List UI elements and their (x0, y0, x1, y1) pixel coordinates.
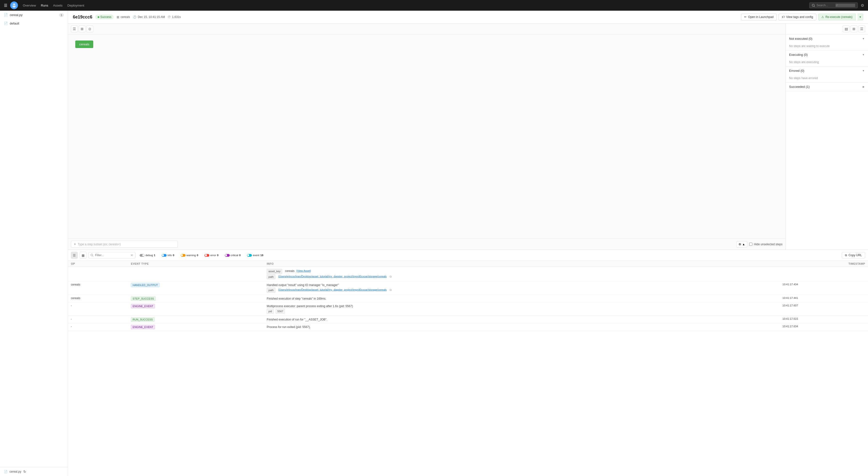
log-level-warning[interactable]: warning 0 (179, 253, 200, 258)
filter-search-icon (91, 254, 93, 257)
table-row: - RUN_SUCCESS Finished execution of run … (68, 316, 868, 324)
sidebar-item-label-default: default (10, 22, 19, 25)
timestamp-cell (780, 267, 868, 281)
nav-overview[interactable]: Overview (23, 4, 36, 7)
filter-input-box[interactable]: ✕ (88, 252, 135, 259)
nav-assets[interactable]: Assets (53, 4, 63, 7)
timestamp-cell: 10:41:17.607 (780, 302, 868, 316)
content-area: 6e19ccc6 Success ▦ cereals 🕐 Dec 15, 10:… (68, 11, 868, 476)
graph-list-view-button[interactable]: ☰ (71, 26, 78, 32)
settings-icon[interactable]: ⚙ (861, 3, 864, 8)
asset-key-value: cereals (285, 269, 294, 273)
sidebar-footer: 📄 cereal.py ↻ (0, 467, 68, 476)
graph-right-controls: ⚙ ▲ Hide unselected steps (736, 241, 782, 247)
log-list-view-button[interactable]: ☰ (71, 252, 78, 259)
error-count: 0 (217, 254, 218, 257)
path-copy-icon[interactable]: ⧉ (390, 274, 392, 279)
graph-settings-button[interactable]: ⚙ ▲ (736, 241, 747, 247)
view-asset-link[interactable]: [View Asset] (297, 269, 311, 273)
menu-icon[interactable]: ☰ (4, 3, 7, 8)
sidebar-item-label: cereal.py (10, 13, 23, 17)
re-execute-caret-button[interactable]: ▾ (858, 13, 863, 21)
path-link[interactable]: /Users/erincochran/Desktop/asset_tutoria… (278, 274, 386, 278)
log-table-view-button[interactable]: ▦ (80, 252, 87, 259)
path-link[interactable]: /Users/erincochran/Desktop/asset_tutoria… (278, 288, 386, 292)
log-level-event[interactable]: event 18 (245, 253, 266, 258)
log-level-debug[interactable]: debug 1 (137, 253, 158, 258)
search-box[interactable]: Search... / (809, 2, 858, 8)
svg-point-3 (812, 4, 814, 6)
info-cell: Multiprocess executor: parent process ex… (264, 302, 779, 316)
panel-section-errored-header[interactable]: Errored (0) ▼ (786, 66, 868, 75)
job-label: cereals (120, 15, 130, 19)
timestamp-cell: 10:41:17.441 (780, 295, 868, 302)
info-text: Multiprocess executor: parent process ex… (267, 304, 776, 308)
event-type-badge: RUN_SUCCESS (131, 317, 154, 322)
error-toggle (205, 254, 209, 257)
not-executed-title: Not executed (0) (789, 37, 812, 40)
nav-deployment[interactable]: Deployment (67, 4, 84, 7)
svg-point-5 (91, 254, 93, 256)
svg-point-2 (12, 6, 16, 7)
col-event-type: EVENT TYPE (128, 261, 264, 267)
panel-section-not-executed-header[interactable]: Not executed (0) ▼ (786, 34, 868, 43)
panel-section-succeeded: Succeeded (1) ▶ (786, 82, 868, 91)
tag-icon: 🏷 (782, 15, 785, 19)
event-type-cell: RUN_SUCCESS (128, 316, 264, 324)
graph-fit-button[interactable]: ⊙ (87, 26, 93, 32)
filter-input[interactable] (95, 253, 129, 257)
log-level-critical[interactable]: critical 0 (223, 253, 243, 258)
info-path-row: path /Users/erincochran/Desktop/asset_tu… (267, 274, 776, 279)
info-text: Process for run exited (pid: 5567). (267, 325, 776, 329)
view-tags-button[interactable]: 🏷 View tags and config (779, 13, 816, 21)
filter-clear-button[interactable]: ✕ (130, 253, 133, 257)
log-level-info[interactable]: info 0 (160, 253, 177, 258)
event-type-badge: HANDLED_OUTPUT (131, 283, 160, 287)
step-subset-input[interactable]: ✦ Type a step subset (ex: cereals+) (71, 241, 178, 248)
event-type-cell: ENGINE_EVENT (128, 324, 264, 331)
status-dot (98, 16, 99, 18)
graph-grid-view-button[interactable]: ⊞ (79, 26, 86, 32)
open-launchpad-button[interactable]: ✏ Open in Launchpad (741, 13, 777, 21)
panel-filter-button[interactable]: ▤ (843, 26, 849, 32)
sidebar-item-default[interactable]: 📄 default (0, 19, 68, 28)
clock-icon: 🕐 (133, 15, 136, 19)
panel-section-executing-header[interactable]: Executing (0) ▼ (786, 50, 868, 59)
middle-section: ☰ ⊞ ⊙ cereals ✦ Type a step subset (ex: … (68, 24, 868, 250)
nav-runs[interactable]: Runs (41, 4, 48, 7)
panel-section-succeeded-header[interactable]: Succeeded (1) ▶ (786, 82, 868, 91)
log-level-error[interactable]: error 0 (202, 253, 220, 258)
refresh-icon[interactable]: ↻ (23, 470, 26, 474)
graph-toolbar: ☰ ⊞ ⊙ (68, 24, 785, 34)
hide-unselected-checkbox[interactable] (749, 243, 752, 246)
job-icon: ▦ (117, 15, 119, 19)
event-label: event (253, 254, 259, 257)
re-execute-button[interactable]: ⚠ Re-execute (cereals) (818, 13, 856, 21)
svg-line-6 (93, 256, 93, 257)
critical-count: 0 (239, 254, 241, 257)
executing-chevron: ▼ (862, 54, 865, 56)
panel-grid-button[interactable]: ⊞ (850, 26, 857, 32)
subset-filter-icon: ✦ (73, 242, 76, 246)
table-row: - ENGINE_EVENT Multiprocess executor: pa… (68, 302, 868, 316)
path-tag: path (267, 274, 275, 279)
errored-title: Errored (0) (789, 69, 804, 72)
cereals-node[interactable]: cereals (75, 40, 93, 48)
op-cell: - (68, 302, 128, 316)
path-copy-icon-2[interactable]: ⧉ (390, 288, 392, 292)
info-cell: Finished execution of step "cereals" in … (264, 295, 779, 302)
event-type-badge: STEP_SUCCESS (131, 297, 156, 301)
succeeded-title: Succeeded (1) (789, 85, 810, 89)
search-placeholder: Search... (816, 4, 834, 7)
event-type-cell: ENGINE_EVENT (128, 302, 264, 316)
info-count: 0 (173, 254, 174, 257)
panel-list-button[interactable]: ☰ (858, 26, 865, 32)
main-layout: 📄 cereal.py 1 📄 default 📄 cereal.py ↻ 6e… (0, 11, 868, 476)
sidebar-item-badge: 1 (59, 13, 64, 17)
copy-url-button[interactable]: ⧉ Copy URL (842, 252, 865, 259)
svg-line-4 (814, 6, 815, 6)
graph-bottom-bar: ✦ Type a step subset (ex: cereals+) ⚙ ▲ … (68, 238, 785, 250)
critical-label: critical (231, 254, 238, 257)
info-cell: Handled output "result" using IO manager… (264, 281, 779, 295)
sidebar-item-cereal-py[interactable]: 📄 cereal.py 1 (0, 11, 68, 19)
